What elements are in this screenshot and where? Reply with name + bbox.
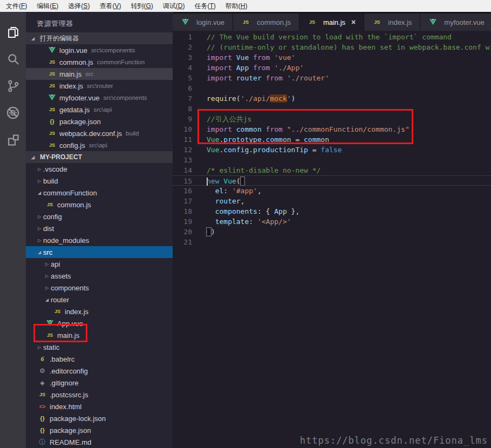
tree-item-App.vue[interactable]: App.vue [26, 317, 173, 329]
menu-view[interactable]: 查看(V) [94, 0, 126, 12]
code-line-11[interactable]: 11Vue.prototype.common = common [173, 134, 491, 145]
search-icon[interactable] [0, 45, 26, 72]
watermark-url: https://blog.csdn.net/Fiona_lms [300, 435, 488, 446]
file-name: index.js [59, 82, 83, 90]
tab-common.js[interactable]: JScommon.js [233, 13, 299, 31]
tree-item-api[interactable]: ▷api [26, 258, 173, 270]
open-editor-item-getdata.js[interactable]: JSgetdata.jssrc\api [26, 104, 173, 116]
tree-item-index.html[interactable]: <>index.html [26, 401, 173, 412]
chevron-expanded-icon: ◢ [45, 297, 51, 302]
code-line-20[interactable]: 20}) [173, 227, 491, 237]
code-line-17[interactable]: 17 router, [173, 196, 491, 206]
chevron-expanded-icon: ◢ [31, 155, 37, 160]
file-name: common.js [59, 58, 93, 66]
code-line-9[interactable]: 9//引入公共js [173, 114, 491, 124]
tree-item-node_modules[interactable]: ▷node_modules [26, 234, 173, 246]
babel-icon: 6 [38, 355, 47, 363]
file-name: static [43, 343, 59, 351]
open-editor-item-myfooter.vue[interactable]: myfooter.vuesrc\components [26, 92, 173, 104]
code-line-2[interactable]: 2// (runtime-only or standalone) has bee… [173, 42, 491, 52]
menu-edit[interactable]: 编辑(E) [32, 0, 63, 12]
tree-item-.postcssrc.js[interactable]: JS.postcssrc.js [26, 389, 173, 401]
info-icon: ⓘ [38, 438, 47, 447]
open-editor-item-config.js[interactable]: JSconfig.jssrc\api [26, 139, 173, 151]
code-line-16[interactable]: 16 el: '#app', [173, 186, 491, 196]
code-line-12[interactable]: 12Vue.config.productionTip = false [173, 145, 491, 155]
tree-item-build[interactable]: ▷build [26, 175, 173, 187]
open-editor-item-main.js[interactable]: JSmain.jssrc [26, 68, 173, 80]
line-number: 7 [173, 93, 192, 104]
tree-item-main.js[interactable]: JSmain.js [26, 329, 173, 341]
line-number: 10 [173, 124, 192, 134]
code-line-19[interactable]: 19 template: '<App/>' [173, 216, 491, 227]
code-line-8[interactable]: 8 [173, 104, 491, 114]
tab-myfooter.vue[interactable]: myfooter.vue [420, 13, 491, 31]
vue-icon [45, 320, 54, 327]
open-editor-item-package.json[interactable]: {}package.json [26, 116, 173, 127]
tree-item-src[interactable]: ◢src [26, 246, 173, 258]
file-tree: ▷.vscode▷build◢commonFunctionJScommon.js… [26, 163, 173, 448]
tree-item-components[interactable]: ▷components [26, 282, 173, 294]
code-line-13[interactable]: 13 [173, 155, 491, 165]
menu-goto[interactable]: 转到(G) [126, 0, 158, 12]
tree-item-.gitignore[interactable]: ◈.gitignore [26, 377, 173, 389]
open-editor-item-index.js[interactable]: JSindex.jssrc\router [26, 80, 173, 92]
tree-item-router[interactable]: ◢router [26, 294, 173, 306]
code-line-1[interactable]: 1// The Vue build version to load with t… [173, 32, 491, 42]
tab-login.vue[interactable]: login.vue [173, 13, 233, 31]
tree-item-package-lock.json[interactable]: {}package-lock.json [26, 412, 173, 424]
code-line-15[interactable]: 15new Vue({ [173, 175, 491, 186]
project-root-header[interactable]: ◢ MY-PROJECT [26, 151, 173, 163]
line-number: 14 [173, 165, 192, 175]
file-name: .vscode [43, 165, 67, 173]
file-name: getdata.js [59, 106, 90, 114]
file-name: package.json [59, 118, 101, 126]
file-path: src\components [91, 47, 135, 53]
debug-icon[interactable] [0, 99, 26, 126]
code-line-18[interactable]: 18 components: { App }, [173, 206, 491, 216]
open-editor-item-common.js[interactable]: JScommon.jscommonFunction [26, 56, 173, 68]
extensions-icon[interactable] [0, 126, 26, 153]
open-editor-item-webpack.dev.conf.js[interactable]: JSwebpack.dev.conf.jsbuild [26, 127, 173, 139]
code-line-4[interactable]: 4import App from './App' [173, 63, 491, 73]
file-name: login.vue [59, 46, 87, 55]
editor-group: login.vueJScommon.jsJSmain.js×JSindex.js… [173, 12, 491, 448]
chevron-expanded-icon: ◢ [38, 250, 43, 255]
tree-item-README.md[interactable]: ⓘREADME.md [26, 436, 173, 448]
menu-debug[interactable]: 调试(D) [158, 0, 190, 12]
open-editors-header[interactable]: ◢ 打开的编辑器 [26, 32, 173, 44]
tree-item-config[interactable]: ▷config [26, 211, 173, 222]
tree-item-commonFunction[interactable]: ◢commonFunction [26, 187, 173, 199]
code-line-14[interactable]: 14/* eslint-disable no-new */ [173, 165, 491, 175]
code-line-10[interactable]: 10import common from "../commonFunction/… [173, 124, 491, 134]
menu-selection[interactable]: 选择(S) [63, 0, 94, 12]
explorer-icon[interactable] [0, 18, 26, 45]
tree-item-dist[interactable]: ▷dist [26, 222, 173, 234]
tree-item-package.json[interactable]: {}package.json [26, 424, 173, 436]
code-line-21[interactable]: 21 [173, 237, 491, 247]
file-name: .postcssrc.js [50, 391, 88, 399]
tree-item-.babelrc[interactable]: 6.babelrc [26, 353, 173, 365]
chevron-collapsed-icon: ▷ [38, 226, 43, 231]
tree-item-common.js[interactable]: JScommon.js [26, 199, 173, 211]
tree-item-index.js[interactable]: JSindex.js [26, 306, 173, 317]
file-name: .babelrc [50, 355, 74, 363]
line-number: 8 [173, 104, 192, 114]
menu-file[interactable]: 文件(F) [1, 0, 32, 12]
menu-tasks[interactable]: 任务(T) [189, 0, 220, 12]
tree-item-.vscode[interactable]: ▷.vscode [26, 163, 173, 175]
code-line-5[interactable]: 5import router from './router' [173, 73, 491, 83]
code-line-6[interactable]: 6 [173, 83, 491, 93]
tree-item-static[interactable]: ▷static [26, 341, 173, 353]
tree-item-.editorconfig[interactable]: ⚙.editorconfig [26, 365, 173, 377]
source-control-icon[interactable] [0, 72, 26, 99]
code-line-7[interactable]: 7require('./api/mock') [173, 93, 491, 104]
open-editor-item-login.vue[interactable]: login.vuesrc\components [26, 44, 173, 56]
tree-item-assets[interactable]: ▷assets [26, 270, 173, 282]
menu-help[interactable]: 帮助(H) [221, 0, 253, 12]
tab-index.js[interactable]: JSindex.js [364, 13, 420, 31]
close-icon[interactable]: × [351, 18, 356, 26]
tab-main.js[interactable]: JSmain.js× [299, 13, 364, 31]
code-line-3[interactable]: 3import Vue from 'vue' [173, 52, 491, 63]
code-editor[interactable]: 1// The Vue build version to load with t… [173, 31, 491, 448]
